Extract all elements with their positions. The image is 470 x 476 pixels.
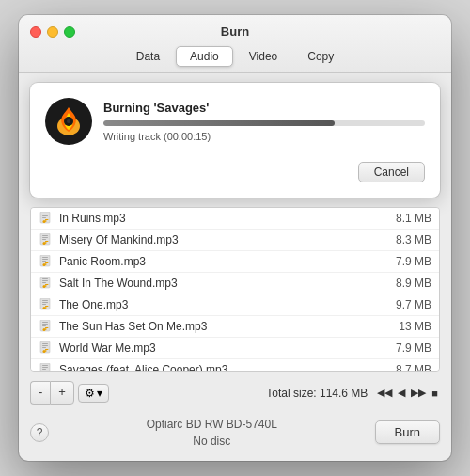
svg-point-22 (43, 263, 46, 266)
svg-rect-31 (45, 284, 48, 285)
svg-rect-12 (42, 235, 48, 236)
svg-rect-38 (45, 306, 48, 307)
bottom-toolbar: - + ⚙ ▾ Total size: 114.6 MB ◀◀ ◀ ▶▶ ■ (19, 375, 451, 409)
file-size: 8.9 MB (396, 277, 431, 290)
device-info: Optiarc BD RW BD-5740L No disc (56, 416, 368, 450)
svg-rect-26 (42, 278, 48, 279)
svg-rect-49 (42, 347, 46, 348)
music-file-icon (39, 341, 54, 356)
tab-audio[interactable]: Audio (176, 46, 233, 67)
music-file-icon (39, 297, 54, 312)
svg-rect-28 (42, 282, 46, 283)
list-item[interactable]: The Sun Has Set On Me.mp313 MB (31, 316, 439, 338)
svg-rect-40 (42, 322, 48, 323)
svg-point-29 (43, 285, 46, 288)
tab-video[interactable]: Video (235, 46, 291, 67)
svg-rect-58 (45, 371, 46, 372)
rewind-button[interactable]: ◀◀ (375, 387, 394, 399)
tab-data[interactable]: Data (122, 46, 174, 67)
svg-rect-45 (45, 327, 48, 328)
list-item[interactable]: Savages (feat. Alice Cooper).mp38.7 MB (31, 359, 439, 372)
progress-bar-track (103, 120, 425, 126)
tab-bar: Data Audio Video Copy (122, 46, 349, 67)
svg-rect-24 (45, 262, 48, 263)
progress-cancel-row: Cancel (45, 162, 425, 182)
list-item[interactable]: In Ruins.mp38.1 MB (31, 208, 439, 230)
progress-dialog: Burning 'Savages' Writing track (00:00:1… (30, 83, 440, 198)
playback-controls: ◀◀ ◀ ▶▶ ■ (375, 387, 440, 399)
svg-rect-6 (42, 215, 48, 216)
close-button[interactable] (30, 26, 41, 38)
svg-rect-10 (45, 219, 48, 220)
minimize-button[interactable] (47, 26, 58, 38)
svg-rect-48 (42, 345, 48, 346)
stop-button[interactable]: ■ (430, 387, 440, 399)
window-title: Burn (221, 24, 249, 39)
toolbar-left: - + ⚙ ▾ (30, 381, 109, 404)
svg-rect-33 (42, 300, 48, 301)
music-file-icon (39, 211, 54, 226)
prev-button[interactable]: ◀ (396, 387, 407, 399)
file-size: 7.9 MB (396, 255, 431, 268)
maximize-button[interactable] (64, 26, 75, 38)
music-file-icon (39, 232, 54, 247)
file-list[interactable]: In Ruins.mp38.1 MB Misery Of Mankind.mp3… (30, 207, 440, 372)
svg-rect-14 (42, 239, 46, 240)
traffic-lights (30, 26, 75, 38)
tab-copy[interactable]: Copy (293, 46, 348, 67)
svg-point-8 (43, 220, 46, 223)
svg-rect-5 (42, 214, 48, 214)
list-item[interactable]: Panic Room.mp37.9 MB (31, 251, 439, 273)
svg-rect-21 (42, 261, 46, 262)
svg-rect-7 (42, 217, 46, 218)
add-button[interactable]: + (50, 381, 74, 404)
main-window: Burn Data Audio Video Copy Burning 'Sava… (19, 15, 451, 460)
svg-rect-42 (42, 325, 46, 326)
file-name: The Sun Has Set On Me.mp3 (59, 320, 399, 333)
file-name: Salt In The Wound.mp3 (59, 277, 396, 290)
gear-icon: ⚙ (85, 387, 95, 400)
svg-rect-20 (42, 259, 48, 260)
list-item[interactable]: The One.mp39.7 MB (31, 294, 439, 316)
svg-point-36 (43, 307, 46, 309)
burning-title: Burning 'Savages' (103, 101, 425, 115)
list-item[interactable]: World War Me.mp37.9 MB (31, 338, 439, 359)
gear-button[interactable]: ⚙ ▾ (78, 384, 109, 403)
device-name: Optiarc BD RW BD-5740L (56, 416, 368, 433)
svg-rect-13 (42, 237, 48, 238)
list-item[interactable]: Salt In The Wound.mp38.9 MB (31, 273, 439, 294)
help-button[interactable]: ? (30, 423, 49, 442)
file-size: 7.9 MB (396, 341, 431, 355)
list-item[interactable]: Misery Of Mankind.mp38.3 MB (31, 230, 439, 251)
svg-rect-35 (42, 304, 46, 305)
cancel-button[interactable]: Cancel (358, 162, 425, 182)
next-button[interactable]: ▶▶ (409, 387, 428, 399)
svg-rect-55 (42, 367, 48, 368)
file-name: Misery Of Mankind.mp3 (59, 233, 396, 246)
music-file-icon (39, 319, 54, 334)
file-name: In Ruins.mp3 (59, 212, 396, 225)
svg-point-50 (43, 350, 46, 353)
file-size: 8.1 MB (396, 212, 431, 225)
file-name: Panic Room.mp3 (59, 255, 396, 268)
progress-bar-fill (103, 120, 335, 126)
svg-rect-56 (42, 369, 46, 370)
svg-rect-52 (45, 349, 48, 350)
file-size: 8.7 MB (396, 363, 431, 372)
svg-point-15 (43, 242, 46, 245)
music-file-icon (39, 254, 54, 269)
file-name: Savages (feat. Alice Cooper).mp3 (59, 363, 396, 372)
file-size: 8.3 MB (396, 233, 431, 246)
burn-button[interactable]: Burn (375, 420, 440, 444)
svg-point-43 (43, 328, 46, 331)
svg-rect-19 (42, 257, 48, 258)
music-file-icon (39, 362, 54, 372)
svg-rect-54 (42, 365, 48, 366)
progress-header: Burning 'Savages' Writing track (00:00:1… (45, 98, 425, 145)
svg-rect-41 (42, 324, 48, 325)
disc-icon (45, 98, 92, 145)
svg-rect-27 (42, 280, 48, 281)
svg-rect-34 (42, 302, 48, 303)
remove-button[interactable]: - (30, 381, 50, 404)
titlebar: Burn Data Audio Video Copy (19, 15, 451, 73)
